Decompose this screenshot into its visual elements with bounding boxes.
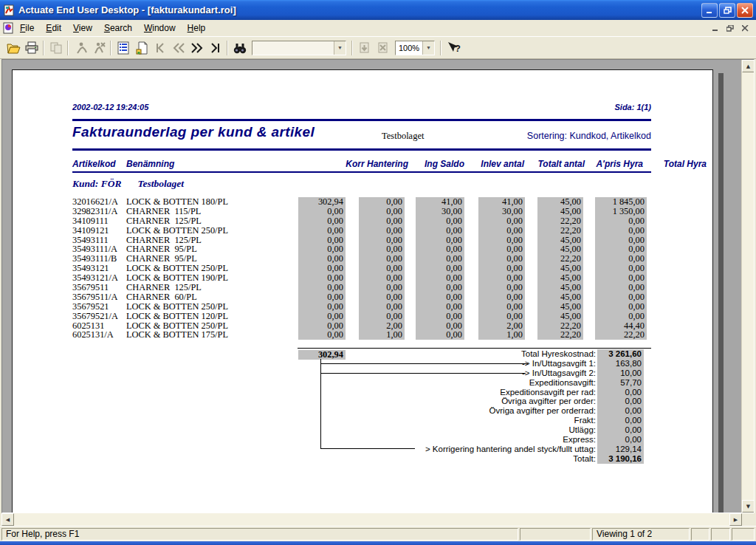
page-shadow bbox=[718, 73, 724, 513]
cell-total-hyra: 0,00 bbox=[595, 292, 647, 302]
menu-window[interactable]: Window bbox=[138, 21, 182, 35]
summary-label-5: Expeditionsavgift per rad: bbox=[298, 388, 597, 397]
cell-total-hyra: 22,20 bbox=[595, 330, 647, 340]
cell-gap bbox=[346, 207, 359, 216]
open-icon bbox=[6, 41, 21, 55]
search-combo[interactable]: ▼ bbox=[252, 41, 346, 55]
status-panel-small-3 bbox=[732, 528, 755, 541]
scroll-down-button[interactable]: ▼ bbox=[742, 500, 755, 513]
menu-edit[interactable]: Edit bbox=[40, 21, 67, 35]
mdi-restore-button[interactable] bbox=[724, 23, 736, 33]
cell-gap bbox=[346, 330, 359, 340]
cell-ing-saldo: 0,00 bbox=[359, 292, 405, 302]
find-button[interactable] bbox=[230, 39, 249, 57]
mdi-close-button[interactable] bbox=[739, 23, 751, 33]
next-page-button[interactable] bbox=[188, 39, 206, 57]
cell-gap bbox=[583, 321, 595, 331]
menu-view[interactable]: View bbox=[67, 21, 98, 35]
run-report-button[interactable] bbox=[71, 39, 89, 57]
summary-label-8: Frakt: bbox=[298, 416, 597, 425]
cell-gap bbox=[464, 321, 478, 331]
cell-korr-hantering: 0,00 bbox=[298, 302, 346, 312]
cell-totalt-antal: 0,00 bbox=[478, 283, 525, 292]
new-page-button[interactable] bbox=[132, 39, 151, 57]
menu-search[interactable]: Search bbox=[98, 21, 138, 35]
cancel-run-icon bbox=[92, 41, 106, 55]
copy-button[interactable] bbox=[47, 39, 65, 57]
search-input[interactable] bbox=[252, 41, 334, 55]
mdi-minimize-button[interactable] bbox=[709, 23, 721, 33]
cell-gap bbox=[525, 312, 537, 321]
cell-ing-saldo: 0,00 bbox=[359, 207, 405, 216]
cell-total-hyra: 0,00 bbox=[595, 226, 647, 236]
report-viewer[interactable]: 2002-02-12 19:24:05 Sida: 1(1) Fakturaun… bbox=[1, 59, 755, 513]
cell-totalt-antal: 30,00 bbox=[478, 207, 525, 216]
summary-label-10: Express: bbox=[298, 435, 597, 445]
cell-totalt-antal: 0,00 bbox=[478, 226, 525, 236]
cell-gap bbox=[583, 197, 595, 207]
help-pointer-button[interactable]: ? bbox=[444, 39, 462, 57]
cell-inlev-antal: 0,00 bbox=[416, 330, 464, 340]
cell-gap bbox=[464, 292, 478, 302]
cell-gap bbox=[525, 207, 537, 216]
horizontal-scrollbar[interactable]: ◀ ▶ bbox=[1, 513, 755, 526]
cell-korr-hantering: 302,94 bbox=[298, 197, 346, 207]
search-clear-button[interactable] bbox=[374, 39, 392, 57]
cell-gap bbox=[346, 197, 359, 207]
horizontal-scroll-track[interactable] bbox=[14, 513, 729, 526]
cell-ing-saldo: 1,00 bbox=[359, 330, 405, 340]
summary-label-11: > Korrigering hantering andel styck/full… bbox=[298, 445, 597, 454]
sort-order-label: Sortering: Kundkod, Artikelkod bbox=[527, 131, 651, 141]
first-page-button[interactable] bbox=[151, 39, 169, 57]
cell-benamning: LOCK & BOTTEN 175/PL bbox=[126, 330, 298, 340]
cell-gap bbox=[583, 283, 595, 292]
last-page-button[interactable] bbox=[206, 39, 224, 57]
cell-gap bbox=[464, 254, 478, 264]
menu-file[interactable]: File bbox=[14, 21, 40, 35]
open-button[interactable] bbox=[4, 39, 22, 57]
search-down-button[interactable] bbox=[355, 39, 374, 57]
cell-gap bbox=[583, 236, 595, 245]
vertical-scrollbar[interactable]: ▲ ▼ bbox=[741, 60, 754, 513]
scroll-right-button[interactable]: ▶ bbox=[729, 513, 742, 526]
close-button[interactable] bbox=[737, 3, 753, 18]
cell-artikelkod: 32016621/A bbox=[72, 197, 126, 207]
restore-button[interactable] bbox=[719, 3, 735, 18]
title-bar[interactable]: Actuate End User Desktop - [fakturakunda… bbox=[0, 0, 756, 20]
zoom-value[interactable]: 100% bbox=[396, 41, 422, 55]
cell-gap bbox=[405, 236, 416, 245]
status-panel-empty bbox=[520, 528, 591, 541]
new-page-icon bbox=[135, 41, 148, 55]
cell-gap bbox=[525, 273, 537, 283]
cell-inlev-antal: 0,00 bbox=[416, 302, 464, 312]
cell-gap bbox=[583, 292, 595, 302]
chevron-down-icon[interactable]: ▼ bbox=[334, 41, 346, 55]
cell-gap bbox=[525, 197, 537, 207]
cell-gap bbox=[405, 207, 416, 216]
cell-gap bbox=[405, 244, 416, 254]
chevron-down-icon[interactable]: ▼ bbox=[422, 41, 434, 55]
summary-value-1: 3 261,60 bbox=[597, 349, 644, 359]
title-rule bbox=[72, 148, 651, 151]
cell-gap bbox=[405, 226, 416, 236]
summary-value-11: 129,14 bbox=[597, 445, 644, 454]
cell-inlev-antal: 0,00 bbox=[416, 226, 464, 236]
summary-label-6: Övriga avgifter per order: bbox=[298, 397, 597, 406]
minimize-button[interactable] bbox=[701, 3, 718, 18]
scroll-up-button[interactable]: ▲ bbox=[742, 60, 755, 72]
scrollbar-corner bbox=[742, 513, 755, 526]
cell-benamning: LOCK & BOTTEN 180/PL bbox=[126, 197, 298, 207]
menu-help[interactable]: Help bbox=[182, 21, 212, 35]
print-button[interactable] bbox=[22, 39, 41, 57]
cell-gap bbox=[464, 283, 478, 292]
scroll-left-button[interactable]: ◀ bbox=[1, 513, 14, 526]
summary-value-5: 0,00 bbox=[597, 388, 644, 397]
zoom-combo[interactable]: 100% ▼ bbox=[395, 41, 435, 55]
cancel-run-button[interactable] bbox=[89, 39, 108, 57]
previous-page-button[interactable] bbox=[169, 39, 188, 57]
cell-apris-hyra: 45,00 bbox=[537, 302, 583, 312]
cell-benamning: LOCK & BOTTEN 250/PL bbox=[126, 226, 298, 236]
table-of-contents-button[interactable] bbox=[114, 39, 132, 57]
cell-gap bbox=[525, 236, 537, 245]
next-page-icon bbox=[190, 42, 204, 54]
